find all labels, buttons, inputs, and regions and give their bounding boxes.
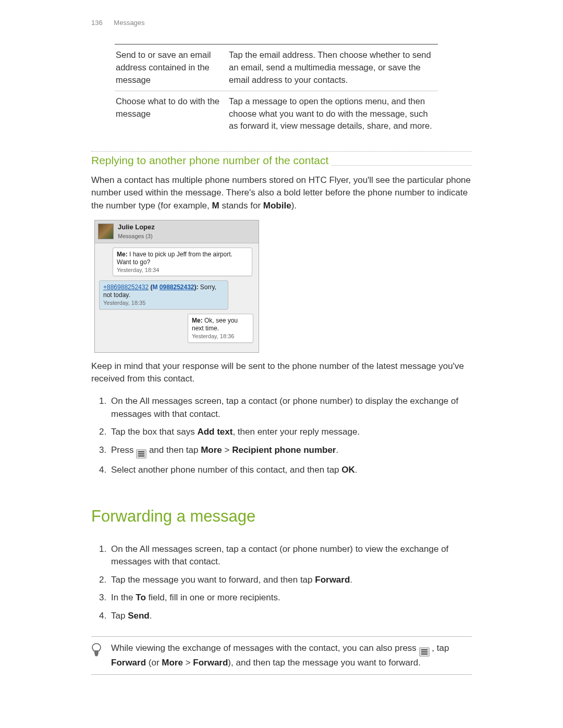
text: ), and then tap the message you want to … <box>228 658 421 668</box>
header-section: Messages <box>114 19 144 27</box>
step-text: On the All messages screen, tap a contac… <box>111 544 448 567</box>
text: , then enter your reply message. <box>232 427 360 437</box>
message-text: I have to pick up Jeff from the airport.… <box>117 251 232 266</box>
text: . <box>350 575 352 585</box>
section-title: Replying to another phone number of the … <box>91 151 472 168</box>
thread: Me: I have to pick up Jeff from the airp… <box>95 243 259 352</box>
step-item: Tap Send. <box>109 608 472 625</box>
step-item: On the All messages screen, tap a contac… <box>109 393 472 423</box>
bold-text: More <box>201 445 222 455</box>
bold-text: Forward <box>315 575 350 585</box>
step-item: Press and then tap More > Recipient phon… <box>109 442 472 461</box>
text: . <box>355 465 358 475</box>
bold-text: M <box>212 201 219 211</box>
sender-label: Me: <box>117 251 128 258</box>
text: Select another phone number of this cont… <box>111 465 341 475</box>
option-desc: Tap the email address. Then choose wheth… <box>228 44 438 91</box>
step-item: On the All messages screen, tap a contac… <box>109 541 472 571</box>
text: Press <box>111 445 136 455</box>
text: and then tap <box>146 445 201 455</box>
svg-rect-0 <box>95 651 99 652</box>
text: In the <box>111 593 136 602</box>
step-item: In the To field, fill in one or more rec… <box>109 589 472 607</box>
page: 136 Messages Send to or save an email ad… <box>0 0 563 728</box>
number-type: M <box>152 283 157 291</box>
option-action: Send to or save an email address contain… <box>115 44 228 91</box>
text: Tap <box>111 611 128 621</box>
message-bubble-outgoing: Me: I have to pick up Jeff from the airp… <box>113 248 252 277</box>
message-count: Messages (3) <box>118 232 155 241</box>
bold-text: Forward <box>193 658 228 668</box>
thread-header: Julie Lopez Messages (3) <box>95 220 259 243</box>
bold-text: Add text <box>197 427 232 437</box>
section-heading: Replying to another phone number of the … <box>91 153 328 168</box>
options-table: Send to or save an email address contain… <box>115 44 438 137</box>
message-bubble-incoming: +886988252432 (M 0988252432): Sorry, not… <box>99 280 228 310</box>
svg-rect-2 <box>95 655 97 656</box>
text: Tap the box that says <box>111 427 197 437</box>
text: > <box>183 658 193 668</box>
timestamp: Yesterday, 18:34 <box>117 267 248 274</box>
steps-list-forward: On the All messages screen, tap a contac… <box>93 541 472 625</box>
step-item: Tap the message you want to forward, and… <box>109 572 472 589</box>
text: , tap <box>430 643 449 653</box>
bold-text: More <box>162 658 183 668</box>
svg-rect-1 <box>95 653 98 654</box>
tip-box: While viewing the exchange of messages w… <box>91 636 472 675</box>
sender-label: Me: <box>192 317 203 324</box>
text: ). <box>291 201 297 211</box>
step-item: Select another phone number of this cont… <box>109 462 472 479</box>
phone-number-link: +886988252432 <box>103 283 149 291</box>
menu-icon <box>136 449 146 459</box>
option-action: Choose what to do with the message <box>115 91 228 137</box>
contact-name: Julie Lopez <box>118 223 155 232</box>
menu-icon <box>419 647 430 657</box>
bold-text: Mobile <box>263 201 291 211</box>
intro-paragraph: When a contact has multiple phone number… <box>91 174 472 213</box>
text: > <box>222 445 232 455</box>
bold-text: Recipient phone number <box>232 445 336 455</box>
text: stands for <box>219 201 263 211</box>
message-bubble-outgoing: Me: Ok, see you next time. Yesterday, 18… <box>188 314 253 343</box>
timestamp: Yesterday, 18:35 <box>103 300 224 307</box>
page-number: 136 <box>91 19 103 27</box>
bold-text: OK <box>341 465 355 475</box>
text: (or <box>146 658 162 668</box>
step-item: Tap the box that says Add text, then ent… <box>109 424 472 441</box>
avatar <box>98 224 114 239</box>
timestamp: Yesterday, 18:36 <box>192 333 249 340</box>
step-text: On the All messages screen, tap a contac… <box>111 396 458 419</box>
lightbulb-icon <box>91 643 104 661</box>
text: While viewing the exchange of messages w… <box>111 643 419 653</box>
table-row: Choose what to do with the message Tap a… <box>115 91 438 137</box>
tip-text: While viewing the exchange of messages w… <box>111 642 471 670</box>
bold-text: To <box>136 593 146 602</box>
text: . <box>336 445 338 455</box>
short-number: 0988252432 <box>160 283 194 291</box>
body-paragraph: Keep in mind that your response will be … <box>91 360 472 386</box>
phone-screenshot: Julie Lopez Messages (3) Me: I have to p… <box>94 220 259 353</box>
option-desc: Tap a message to open the options menu, … <box>228 91 438 137</box>
h2-forwarding: Forwarding a message <box>91 505 472 528</box>
bold-text: Forward <box>111 658 146 668</box>
bold-text: Send <box>128 611 150 621</box>
page-header: 136 Messages <box>91 18 472 28</box>
text: field, fill in one or more recipients. <box>146 593 280 602</box>
text: Tap the message you want to forward, and… <box>111 575 315 585</box>
text: . <box>150 611 152 621</box>
steps-list-reply: On the All messages screen, tap a contac… <box>93 393 472 479</box>
table-row: Send to or save an email address contain… <box>115 44 438 91</box>
